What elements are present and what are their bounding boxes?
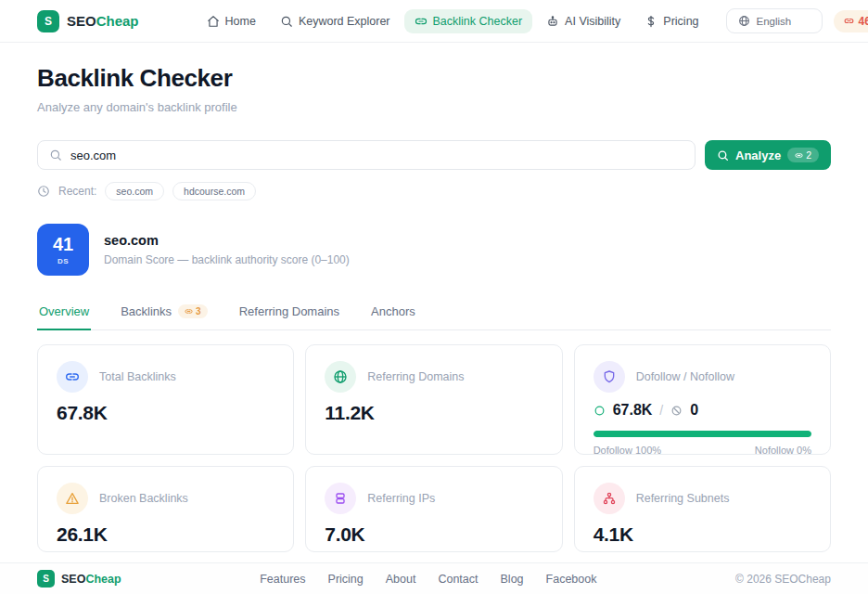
search-icon	[717, 149, 729, 161]
card-head: Dofollow / Nofollow	[594, 361, 811, 393]
link-icon	[795, 151, 803, 160]
domain-description: Domain Score — backlink authority score …	[104, 253, 350, 266]
tab-cost-badge: 3	[178, 304, 208, 318]
stat-label: Broken Backlinks	[99, 492, 188, 505]
link-icon	[415, 15, 428, 28]
domain-score-value: 41	[53, 235, 73, 253]
brand[interactable]: S SEOCheap	[37, 10, 139, 32]
dollar-icon	[645, 15, 657, 28]
card-head: Broken Backlinks	[57, 483, 274, 514]
stat-card-broken-backlinks: Broken Backlinks 26.1K	[37, 466, 294, 552]
brand-logo-icon: S	[37, 10, 59, 32]
dofollow-value: 67.8K	[613, 402, 653, 419]
nofollow-pct-label: Nofollow 0%	[755, 445, 811, 456]
tab-label: Backlinks	[121, 304, 172, 318]
footer-link-facebook[interactable]: Facebook	[546, 573, 597, 586]
card-head: Total Backlinks	[57, 361, 274, 393]
recent-item[interactable]: seo.com	[105, 182, 164, 200]
footer-link-contact[interactable]: Contact	[438, 573, 478, 586]
brand-name: SEOCheap	[61, 573, 121, 586]
network-icon	[594, 483, 625, 514]
stat-card-referring-subnets: Referring Subnets 4.1K	[574, 466, 831, 552]
nofollow-icon	[670, 405, 683, 417]
footer-link-blog[interactable]: Blog	[501, 573, 524, 586]
nav-item-pricing[interactable]: Pricing	[634, 9, 708, 33]
nofollow-value: 0	[690, 402, 698, 419]
search-box	[37, 140, 696, 170]
tab-overview[interactable]: Overview	[37, 299, 91, 330]
home-icon	[207, 15, 220, 28]
stat-card-referring-domains: Referring Domains 11.2K	[305, 344, 562, 455]
tabs: Overview Backlinks 3 Referring Domains A…	[37, 299, 831, 330]
stat-value: 4.1K	[594, 523, 811, 546]
brand-suffix: Cheap	[85, 573, 121, 586]
footer: S SEOCheap Features Pricing About Contac…	[0, 562, 868, 594]
domain-score-box: 41 DS	[37, 224, 89, 276]
footer-link-pricing[interactable]: Pricing	[328, 573, 364, 586]
dofollow-nofollow-values: 67.8K / 0	[594, 402, 811, 419]
tab-label: Anchors	[371, 304, 415, 318]
nav-item-home[interactable]: Home	[197, 9, 266, 33]
recent-label: Recent:	[58, 185, 96, 198]
stat-card-referring-ips: Referring IPs 7.0K	[305, 466, 562, 552]
page: S SEOCheap Home Keyword Explorer Backlin…	[0, 0, 868, 594]
footer-brand[interactable]: S SEOCheap	[37, 570, 121, 588]
stat-value: 26.1K	[57, 523, 274, 546]
dofollow-progress-fill	[594, 431, 811, 437]
credits-count: 46	[859, 15, 868, 28]
tab-label: Overview	[39, 304, 89, 318]
main-nav: Home Keyword Explorer Backlink Checker A…	[197, 9, 709, 33]
tab-cost: 3	[196, 306, 201, 316]
robot-icon	[546, 15, 559, 28]
card-head: Referring Subnets	[594, 483, 811, 514]
copyright: © 2026 SEOCheap	[735, 573, 831, 586]
warning-icon	[57, 483, 88, 514]
credits-badge[interactable]: 46	[834, 10, 868, 32]
domain-info: seo.com Domain Score — backlink authorit…	[104, 233, 350, 266]
language-value: English	[757, 16, 792, 27]
nav-label: Keyword Explorer	[299, 15, 390, 28]
page-subtitle: Analyze any domain's backlink profile	[37, 100, 831, 114]
stats-grid: Total Backlinks 67.8K Referring Domains …	[37, 344, 831, 552]
tab-anchors[interactable]: Anchors	[369, 299, 417, 330]
tab-referring-domains[interactable]: Referring Domains	[237, 299, 341, 330]
card-head: Referring IPs	[325, 483, 542, 514]
domain-input[interactable]	[70, 148, 683, 162]
nav-label: Pricing	[663, 15, 698, 28]
stat-card-total-backlinks: Total Backlinks 67.8K	[37, 344, 294, 455]
dofollow-bar-labels: Dofollow 100% Nofollow 0%	[594, 445, 811, 456]
recent-item[interactable]: hdcourse.com	[172, 182, 256, 200]
dofollow-pct-label: Dofollow 100%	[594, 445, 661, 456]
brand-name: SEOCheap	[67, 13, 139, 29]
recent-row: Recent: seo.com hdcourse.com	[37, 182, 831, 200]
brand-suffix: Cheap	[96, 13, 139, 29]
nav-item-keyword-explorer[interactable]: Keyword Explorer	[270, 9, 401, 33]
stat-label: Dofollow / Nofollow	[636, 370, 734, 383]
analyze-button[interactable]: Analyze 2	[705, 140, 831, 170]
link-icon	[57, 361, 88, 393]
link-icon	[185, 307, 193, 316]
language-select[interactable]: English	[726, 8, 823, 33]
page-title: Backlink Checker	[37, 64, 831, 93]
brand-prefix: SEO	[61, 573, 85, 586]
nav-label: Backlink Checker	[433, 15, 523, 28]
dofollow-progress-bar	[594, 431, 811, 437]
analyze-label: Analyze	[735, 148, 781, 162]
stat-label: Total Backlinks	[99, 370, 176, 383]
footer-link-about[interactable]: About	[386, 573, 416, 586]
main-content: Backlink Checker Analyze any domain's ba…	[0, 43, 868, 562]
nav-item-backlink-checker[interactable]: Backlink Checker	[404, 9, 533, 33]
dofollow-icon	[594, 405, 606, 417]
nav-label: AI Visibility	[565, 15, 620, 28]
stat-value: 7.0K	[325, 523, 542, 546]
domain-score-label: DS	[57, 257, 69, 265]
footer-link-features[interactable]: Features	[260, 573, 305, 586]
domain-name: seo.com	[104, 233, 350, 248]
nav-item-ai-visibility[interactable]: AI Visibility	[536, 9, 631, 33]
analyze-cost: 2	[806, 149, 811, 161]
stat-card-dofollow-nofollow: Dofollow / Nofollow 67.8K / 0 Dofollow 1…	[574, 344, 831, 455]
globe-icon	[738, 15, 750, 27]
shield-icon	[594, 361, 625, 393]
tab-backlinks[interactable]: Backlinks 3	[119, 299, 209, 330]
stat-value: 67.8K	[57, 402, 274, 424]
